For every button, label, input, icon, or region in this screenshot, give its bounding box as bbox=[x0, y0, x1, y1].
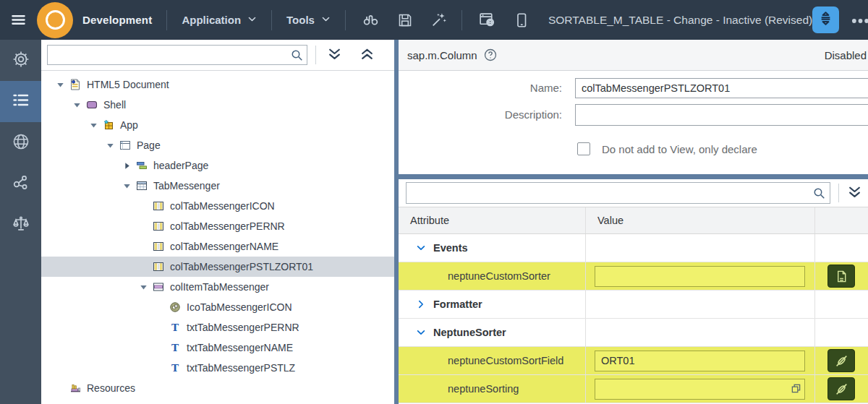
tree-item-colTabMessengerICON[interactable]: colTabMessengerICON bbox=[41, 196, 394, 216]
group-label: Formatter bbox=[433, 298, 482, 310]
magic-wand-icon[interactable] bbox=[430, 11, 447, 30]
tree-item-colItemTabMessenger[interactable]: colItemTabMessenger bbox=[41, 277, 394, 297]
toolbar-separator bbox=[838, 184, 839, 202]
collapse-all-button[interactable] bbox=[352, 44, 381, 66]
collapse-arrow-icon[interactable] bbox=[55, 81, 65, 89]
expand-arrow-icon[interactable] bbox=[122, 162, 132, 170]
collapse-arrow-icon[interactable] bbox=[138, 283, 148, 291]
value-column-header: Value bbox=[586, 207, 815, 233]
sidebar-item-scale[interactable] bbox=[0, 205, 41, 246]
column-icon bbox=[152, 200, 165, 212]
unbind-button[interactable] bbox=[827, 377, 855, 400]
text-icon: T bbox=[169, 322, 182, 333]
vertical-splitter[interactable] bbox=[394, 40, 399, 404]
tree-item-Shell[interactable]: Shell bbox=[41, 95, 394, 115]
tree-item-txtTabMessengerNAME[interactable]: TtxtTabMessengerNAME bbox=[41, 338, 394, 358]
chevron-right-icon[interactable] bbox=[416, 299, 426, 309]
attributes-section: Attribute Value EventsneptuneCustomSorte… bbox=[399, 179, 868, 404]
description-field[interactable] bbox=[575, 104, 868, 126]
expand-all-groups-button[interactable] bbox=[841, 182, 868, 204]
action-cell bbox=[815, 291, 867, 318]
horizontal-splitter[interactable] bbox=[399, 174, 868, 179]
svg-text:T: T bbox=[171, 362, 179, 374]
hamburger-menu-icon[interactable] bbox=[10, 12, 27, 29]
tree-item-headerPage[interactable]: headerPage bbox=[41, 155, 394, 176]
column-icon bbox=[152, 261, 165, 272]
tree-item-HTML5 Document[interactable]: HTML5 Document bbox=[41, 74, 394, 95]
script-editor-button[interactable] bbox=[827, 265, 855, 288]
attribute-name-label: neptuneSorting bbox=[448, 383, 519, 395]
chevron-down-icon bbox=[321, 14, 331, 26]
topbar-separator bbox=[461, 10, 462, 30]
tree-item-label: Page bbox=[137, 139, 161, 151]
neptuneSorting-value-input[interactable] bbox=[595, 379, 805, 400]
neptuneCustomSorter-value-input[interactable] bbox=[595, 266, 805, 287]
help-icon[interactable] bbox=[484, 48, 497, 61]
tree-item-App[interactable]: App bbox=[41, 115, 394, 135]
tree-item-txtTabMessengerPERNR[interactable]: TtxtTabMessengerPERNR bbox=[41, 317, 394, 338]
header-bars-icon bbox=[135, 160, 148, 171]
tree-item-IcoTabMessengerICON[interactable]: IcoTabMessengerICON bbox=[41, 297, 394, 317]
collapse-arrow-icon[interactable] bbox=[122, 182, 132, 190]
value-input-wrap bbox=[595, 351, 805, 371]
tree-search-input[interactable] bbox=[48, 49, 291, 61]
declare-only-checkbox[interactable] bbox=[577, 142, 590, 155]
tree-item-Page[interactable]: Page bbox=[41, 135, 394, 155]
object-tree-panel: HTML5 DocumentShellAppPageheaderPageTabM… bbox=[41, 40, 394, 404]
attribute-cell: Formatter bbox=[399, 291, 586, 318]
expand-all-button[interactable] bbox=[320, 44, 349, 66]
preview-mobile-icon[interactable] bbox=[514, 11, 529, 30]
svg-text:T: T bbox=[171, 342, 179, 353]
sort-button[interactable] bbox=[812, 7, 839, 33]
tree-item-colTabMessengerNAME[interactable]: colTabMessengerNAME bbox=[41, 236, 394, 257]
tree-item-txtTabMessengerPSTLZ[interactable]: TtxtTabMessengerPSTLZ bbox=[41, 358, 394, 378]
share-icon bbox=[12, 174, 30, 194]
tree-item-label: IcoTabMessengerICON bbox=[187, 301, 292, 313]
collapse-arrow-icon[interactable] bbox=[72, 101, 82, 109]
chevron-down-icon[interactable] bbox=[416, 327, 426, 338]
tree-item-Resources[interactable]: Resources bbox=[41, 378, 394, 398]
group-label: Events bbox=[433, 242, 468, 254]
tree-item-label: colTabMessengerPERNR bbox=[170, 220, 285, 232]
inspector-header: sap.m.Column Disabled bbox=[399, 40, 868, 71]
neptune-logo[interactable] bbox=[37, 2, 73, 38]
chevron-down-icon[interactable] bbox=[416, 243, 426, 253]
value-cell bbox=[586, 291, 815, 318]
collapse-arrow-icon[interactable] bbox=[105, 142, 115, 150]
attributes-search-input[interactable] bbox=[407, 187, 813, 199]
chevron-down-icon bbox=[247, 14, 257, 26]
column-icon bbox=[152, 220, 165, 232]
neptune-designer-window: Development Application Tools SORTABLE_M… bbox=[0, 0, 868, 404]
search-icon[interactable] bbox=[291, 49, 303, 61]
attribute-cell: neptuneCustomSorter bbox=[399, 262, 586, 290]
menu-tools-label: Tools bbox=[286, 14, 315, 26]
resources-icon bbox=[69, 382, 82, 394]
attribute-name-label: neptuneCustomSortField bbox=[448, 355, 563, 366]
unbind-icon bbox=[834, 382, 849, 397]
binoculars-icon[interactable] bbox=[362, 11, 380, 30]
tree-item-TabMessenger[interactable]: TabMessenger bbox=[41, 176, 394, 196]
tree-item-label: Resources bbox=[87, 382, 135, 394]
text-icon: T bbox=[169, 362, 182, 374]
menu-application[interactable]: Application bbox=[182, 14, 257, 26]
sidebar-item-share[interactable] bbox=[0, 163, 41, 205]
collapse-arrow-icon[interactable] bbox=[88, 121, 98, 129]
tree-item-colTabMessengerPERNR[interactable]: colTabMessengerPERNR bbox=[41, 216, 394, 236]
name-field[interactable] bbox=[575, 78, 868, 98]
group-label: NeptuneSorter bbox=[433, 327, 506, 338]
preview-browser-icon[interactable] bbox=[478, 11, 496, 30]
sidebar-item-outline-list[interactable] bbox=[0, 81, 41, 122]
neptuneCustomSortField-value-input[interactable] bbox=[595, 351, 805, 371]
value-help-icon[interactable] bbox=[791, 383, 801, 394]
search-icon[interactable] bbox=[813, 187, 825, 199]
tree-item-colTabMessengerPSTLZORT01[interactable]: colTabMessengerPSTLZORT01 bbox=[41, 257, 394, 277]
sidebar-item-globe[interactable] bbox=[0, 122, 41, 163]
status-label: Disabled bbox=[825, 49, 867, 61]
attribute-name-label: neptuneCustomSorter bbox=[448, 270, 550, 282]
more-options-button[interactable] bbox=[851, 14, 868, 27]
scale-icon bbox=[12, 215, 30, 236]
save-icon[interactable] bbox=[397, 11, 413, 30]
sidebar-item-gear[interactable] bbox=[0, 40, 41, 81]
menu-tools[interactable]: Tools bbox=[286, 14, 331, 26]
unbind-button[interactable] bbox=[827, 349, 855, 372]
